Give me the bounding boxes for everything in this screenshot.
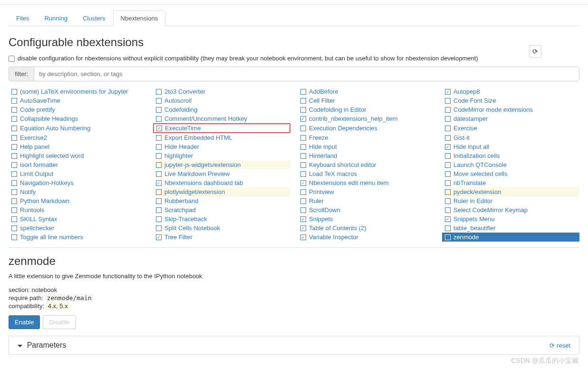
extension-link[interactable]: Hide Header xyxy=(164,143,199,150)
checkbox-icon[interactable] xyxy=(156,126,162,131)
extension-item[interactable]: 2to3 Converter xyxy=(153,87,290,96)
extension-item[interactable]: Codefolding xyxy=(153,105,290,114)
extension-item[interactable]: Snippets xyxy=(298,214,435,224)
extension-link[interactable]: highlighter xyxy=(164,152,193,159)
extension-item[interactable]: CodeMirror mode extensions xyxy=(442,105,579,114)
extension-link[interactable]: Equation Auto Numbering xyxy=(20,125,90,132)
checkbox-icon[interactable] xyxy=(445,225,451,231)
extension-item[interactable]: Code Font Size xyxy=(442,96,579,105)
extension-link[interactable]: (some) LaTeX environments for Jupyter xyxy=(20,88,128,95)
extension-item[interactable]: Comment/Uncomment Hotkey xyxy=(153,114,290,123)
extension-link[interactable]: Scratchpad xyxy=(164,206,196,214)
extension-item[interactable]: Highlight selected word xyxy=(9,151,146,160)
extension-item[interactable]: Initialization cells xyxy=(442,151,579,160)
extension-link[interactable]: Skip-Traceback xyxy=(164,215,207,223)
extension-link[interactable]: Highlight selected word xyxy=(20,152,84,159)
checkbox-icon[interactable] xyxy=(156,180,162,186)
extension-link[interactable]: contrib_nbextensions_help_item xyxy=(309,115,397,122)
checkbox-icon[interactable] xyxy=(445,171,451,177)
extension-item[interactable]: Snippets Menu xyxy=(442,214,579,224)
checkbox-icon[interactable] xyxy=(300,116,306,122)
extension-link[interactable]: Codefolding in Editor xyxy=(309,106,366,113)
tab-nbextensions[interactable]: Nbextensions xyxy=(113,10,166,26)
extension-link[interactable]: Ruler in Editor xyxy=(453,197,492,204)
checkbox-icon[interactable] xyxy=(445,135,451,141)
extension-link[interactable]: jupyter-js-widgets/extension xyxy=(164,161,241,168)
reset-link[interactable]: ⟳ reset xyxy=(549,342,570,349)
extension-item[interactable]: Notify xyxy=(9,187,146,196)
checkbox-icon[interactable] xyxy=(445,216,451,222)
checkbox-icon[interactable] xyxy=(445,162,451,168)
checkbox-icon[interactable] xyxy=(445,98,451,104)
checkbox-icon[interactable] xyxy=(11,189,17,195)
extension-item[interactable]: Export Embedded HTML xyxy=(153,133,290,142)
extension-link[interactable]: Nbextensions edit menu item xyxy=(309,179,389,186)
extension-item[interactable]: Rubberband xyxy=(153,196,290,205)
extension-link[interactable]: Codefolding xyxy=(164,106,197,113)
checkbox-icon[interactable] xyxy=(156,207,162,213)
tab-running[interactable]: Running xyxy=(37,10,75,26)
parameters-panel[interactable]: Parameters ⟳ reset xyxy=(9,336,579,355)
checkbox-icon[interactable] xyxy=(11,116,17,122)
extension-item[interactable]: Navigation-Hotkeys xyxy=(9,178,146,187)
extension-link[interactable]: Ruler xyxy=(309,197,324,204)
checkbox-icon[interactable] xyxy=(300,207,306,213)
checkbox-icon[interactable] xyxy=(11,171,17,177)
checkbox-icon[interactable] xyxy=(445,116,451,122)
checkbox-icon[interactable] xyxy=(300,180,306,186)
checkbox-icon[interactable] xyxy=(445,180,451,186)
extension-link[interactable]: plotlywidget/extension xyxy=(164,188,225,195)
checkbox-icon[interactable] xyxy=(300,198,306,204)
extension-item[interactable]: Cell Filter xyxy=(298,96,435,105)
compat-checkbox[interactable] xyxy=(9,56,15,62)
checkbox-icon[interactable] xyxy=(156,153,162,159)
extension-link[interactable]: Launch QTConsole xyxy=(453,161,507,168)
extension-link[interactable]: AddBefore xyxy=(309,88,338,95)
extension-item[interactable]: Hinterland xyxy=(298,151,435,160)
checkbox-icon[interactable] xyxy=(11,234,17,240)
extension-link[interactable]: ScrollDown xyxy=(309,206,340,214)
extension-item[interactable]: Freeze xyxy=(298,133,435,142)
extension-item[interactable]: Codefolding in Editor xyxy=(298,105,435,114)
extension-item[interactable]: Code prettify xyxy=(9,105,146,114)
checkbox-icon[interactable] xyxy=(445,89,451,95)
checkbox-icon[interactable] xyxy=(300,98,306,104)
extension-link[interactable]: Hide input all xyxy=(453,143,489,150)
extension-item[interactable]: Load TeX macros xyxy=(298,169,435,178)
checkbox-icon[interactable] xyxy=(156,189,162,195)
checkbox-icon[interactable] xyxy=(300,162,306,168)
extension-item[interactable]: Nbextensions dashboard tab xyxy=(153,178,290,187)
checkbox-icon[interactable] xyxy=(11,107,17,113)
extension-item[interactable]: Hide Header xyxy=(153,142,290,151)
checkbox-icon[interactable] xyxy=(445,126,451,131)
checkbox-icon[interactable] xyxy=(445,153,451,159)
extension-item[interactable]: Printview xyxy=(298,187,435,196)
extension-item[interactable]: Launch QTConsole xyxy=(442,160,579,169)
checkbox-icon[interactable] xyxy=(11,198,17,204)
extension-item[interactable]: highlighter xyxy=(153,151,290,160)
checkbox-icon[interactable] xyxy=(156,198,162,204)
checkbox-icon[interactable] xyxy=(300,216,306,222)
checkbox-icon[interactable] xyxy=(11,126,17,131)
extension-link[interactable]: Exercise xyxy=(453,125,477,132)
extension-item[interactable]: ExecuteTime xyxy=(153,123,290,133)
extension-item[interactable]: Gist-it xyxy=(442,133,579,142)
extension-item[interactable]: Nbextensions edit menu item xyxy=(298,178,435,187)
extension-link[interactable]: Hide input xyxy=(309,143,337,150)
checkbox-icon[interactable] xyxy=(300,89,306,95)
checkbox-icon[interactable] xyxy=(156,98,162,104)
extension-link[interactable]: Split Cells Notebook xyxy=(164,224,220,232)
extension-item[interactable]: Toggle all line numbers xyxy=(9,233,146,242)
extension-item[interactable]: zenmode xyxy=(442,233,579,242)
extension-item[interactable]: Variable Inspector xyxy=(298,233,435,242)
extension-item[interactable]: Scratchpad xyxy=(153,205,290,214)
extension-link[interactable]: Code prettify xyxy=(20,106,55,113)
extension-link[interactable]: Snippets xyxy=(309,215,333,223)
extension-link[interactable]: Collapsible Headings xyxy=(20,115,78,122)
checkbox-icon[interactable] xyxy=(11,153,17,159)
extension-item[interactable]: SKILL Syntax xyxy=(9,214,146,224)
checkbox-icon[interactable] xyxy=(445,189,451,195)
extension-item[interactable]: Help panel xyxy=(9,142,146,151)
extension-item[interactable]: isort formatter xyxy=(9,160,146,169)
extension-link[interactable]: Export Embedded HTML xyxy=(164,134,232,141)
